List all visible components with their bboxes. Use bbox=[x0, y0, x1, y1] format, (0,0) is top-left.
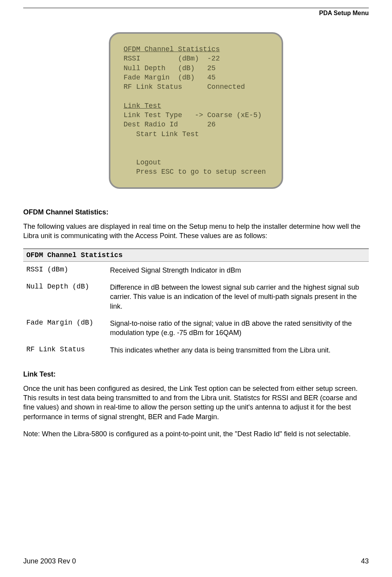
screen-row-rssi: RSSI (dBm) -22 bbox=[124, 55, 220, 62]
footer-page-number: 43 bbox=[361, 557, 369, 565]
screen-row-rf-link: RF Link Status Connected bbox=[124, 83, 245, 91]
link-test-heading: Link Test: bbox=[23, 370, 369, 378]
screen-ofdm-title: OFDM Channel Statistics bbox=[124, 45, 220, 53]
table-term-rssi: RSSI (dBm) bbox=[23, 261, 107, 279]
header-section-title: PDA Setup Menu bbox=[23, 10, 369, 17]
table-desc-rf-link-status: This indicates whether any data is being… bbox=[107, 342, 369, 359]
device-screen: OFDM Channel Statistics RSSI (dBm) -22 N… bbox=[109, 32, 283, 189]
ofdm-intro-paragraph: The following values are displayed in re… bbox=[23, 222, 369, 241]
table-header: OFDM Channel Statistics bbox=[23, 249, 369, 261]
table-desc-rssi: Received Signal Strength Indicator in dB… bbox=[107, 261, 369, 279]
table-desc-fade-margin: Signal-to-noise ratio of the signal; val… bbox=[107, 315, 369, 342]
table-desc-null-depth: Difference in dB between the lowest sign… bbox=[107, 279, 369, 315]
screen-link-test-title: Link Test bbox=[124, 102, 161, 110]
table-row: Fade Margin (dB) Signal-to-noise ratio o… bbox=[23, 315, 369, 342]
screen-logout: Logout bbox=[136, 159, 161, 166]
screen-row-dest-radio-id: Dest Radio Id 26 bbox=[124, 121, 216, 128]
table-row: RSSI (dBm) Received Signal Strength Indi… bbox=[23, 261, 369, 279]
screen-row-fade-margin: Fade Margin (dB) 45 bbox=[124, 74, 216, 81]
note-text: Note: When the Libra-5800 is configured … bbox=[23, 429, 369, 439]
screen-esc-hint: Press ESC to go to setup screen bbox=[136, 168, 266, 176]
screen-start-link-test: Start Link Test bbox=[136, 130, 199, 138]
table-term-fade-margin: Fade Margin (dB) bbox=[23, 315, 107, 342]
footer-date-rev: June 2003 Rev 0 bbox=[23, 557, 76, 565]
table-term-rf-link-status: RF Link Status bbox=[23, 342, 107, 359]
table-row: Null Depth (dB) Difference in dB between… bbox=[23, 279, 369, 315]
screen-row-null-depth: Null Depth (dB) 25 bbox=[124, 64, 216, 72]
ofdm-statistics-table: OFDM Channel Statistics RSSI (dBm) Recei… bbox=[23, 249, 369, 359]
table-row: RF Link Status This indicates whether an… bbox=[23, 342, 369, 359]
ofdm-heading: OFDM Channel Statistics: bbox=[23, 208, 369, 216]
table-term-null-depth: Null Depth (dB) bbox=[23, 279, 107, 315]
screen-row-link-test-type: Link Test Type -> Coarse (xE-5) bbox=[124, 111, 262, 119]
link-test-paragraph: Once the unit has been configured as des… bbox=[23, 384, 369, 422]
